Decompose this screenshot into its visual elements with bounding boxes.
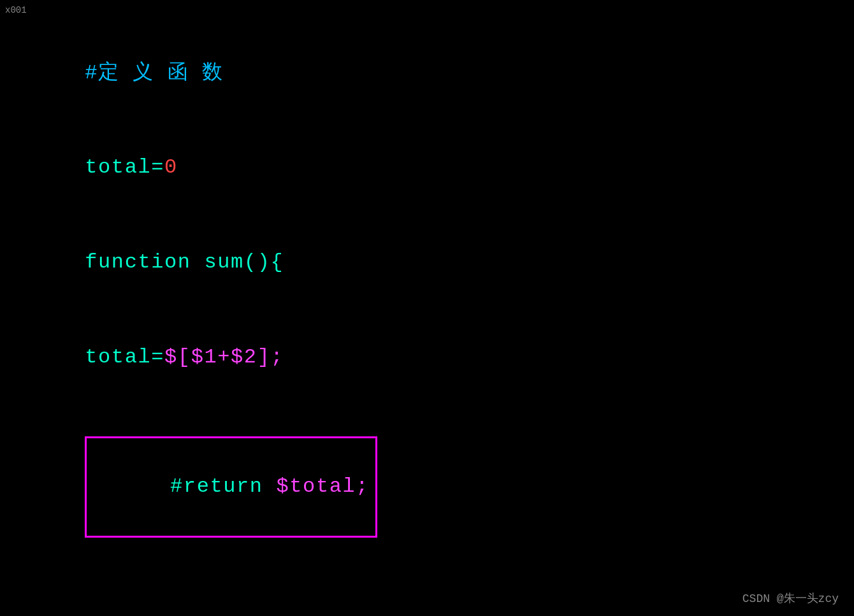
spacer-1 <box>32 569 829 584</box>
total-value: 0 <box>164 155 178 179</box>
total-eq: total= <box>85 345 164 369</box>
total-dollar-assign: total=$[$1+$2]; <box>32 310 829 405</box>
total-expr: $[$1+$2]; <box>164 345 284 369</box>
return-box: #return $total; <box>85 436 377 538</box>
function-declaration: function sum(){ <box>32 215 829 310</box>
bottom-credit: CSDN @朱一头zcy <box>742 591 839 606</box>
function-keyword: function sum(){ <box>85 250 284 274</box>
comment-text: #定 义 函 数 <box>85 61 224 85</box>
comment-define-function: #定 义 函 数 <box>32 25 829 120</box>
return-commented-line: #return $total; <box>32 405 829 569</box>
close-brace: } <box>32 584 829 616</box>
total-keyword: total= <box>85 155 164 179</box>
total-assign-line: total=0 <box>32 120 829 215</box>
code-area: #定 义 函 数 total=0 function sum(){ total=$… <box>0 0 854 616</box>
return-hash: #return <box>170 475 276 498</box>
return-var: $total; <box>276 475 369 498</box>
